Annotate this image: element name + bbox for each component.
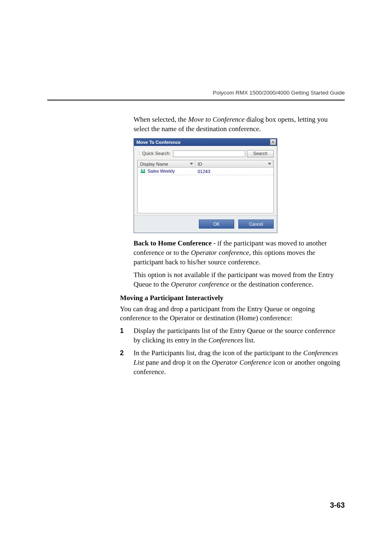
svg-point-1 [143, 169, 145, 171]
intro-paragraph: When selected, the Move to Conference di… [134, 115, 344, 134]
step-text: In the Participants list, drag the icon … [134, 349, 344, 377]
conference-icon [140, 168, 146, 174]
svg-point-0 [141, 169, 143, 171]
dialog-body: ⋮ Quick Search: Search Display Name [134, 146, 277, 215]
dialog-titlebar: Move To Conference × [134, 139, 277, 146]
step-text: Display the participants list of the Ent… [134, 326, 344, 345]
column-id[interactable]: ID [195, 160, 273, 167]
search-button[interactable]: Search [247, 150, 274, 157]
column-display-name-label: Display Name [140, 162, 168, 166]
ordered-list: 1 Display the participants list of the E… [120, 326, 344, 377]
note-italic: Operator conference [171, 280, 229, 288]
page: Polycom RMX 1500/2000/4000 Getting Start… [0, 0, 392, 555]
intro-text-before: When selected, the [134, 116, 188, 123]
step-number: 2 [120, 349, 134, 377]
chevron-down-icon [268, 163, 271, 165]
list-item: 2 In the Participants list, drag the ico… [120, 349, 344, 377]
step1-italic: Conferences [208, 336, 243, 344]
body-column: When selected, the Move to Conference di… [134, 115, 344, 377]
step2-italic2: Operator Conference [212, 358, 271, 366]
step-number: 1 [120, 326, 134, 345]
step2-mid: pane and drop it on the [144, 358, 212, 366]
chevron-down-icon [190, 163, 193, 165]
back-home-italic: Operator conference [191, 249, 249, 257]
cell-display-name: Sales Weekly [138, 168, 195, 175]
subheading: Moving a Participant Interactively [120, 294, 344, 303]
intro-italic: Move to Conference [188, 116, 244, 123]
conference-table: Display Name ID [137, 160, 274, 213]
back-home-bold: Back to Home Conference [134, 239, 212, 247]
step1-after: list. [243, 336, 255, 344]
dialog-title-text: Move To Conference [136, 140, 180, 145]
table-header: Display Name ID [138, 160, 273, 168]
move-to-conference-dialog: Move To Conference × ⋮ Quick Search: Sea… [134, 138, 277, 233]
quick-search-input[interactable] [173, 150, 245, 157]
table-row[interactable]: Sales Weekly 01243 [138, 168, 273, 175]
column-id-label: ID [198, 162, 202, 166]
dialog-footer: OK Cancel [134, 215, 277, 233]
note-after: or the destination conference. [229, 280, 314, 288]
dialog-figure: Move To Conference × ⋮ Quick Search: Sea… [134, 138, 344, 233]
after-subheading-paragraph: You can drag and drop a participant from… [120, 305, 344, 324]
column-display-name[interactable]: Display Name [138, 160, 195, 167]
cell-display-name-text: Sales Weekly [148, 167, 175, 175]
running-head: Polycom RMX 1500/2000/4000 Getting Start… [213, 90, 345, 96]
svg-rect-2 [141, 171, 145, 173]
search-row: ⋮ Quick Search: Search [137, 150, 274, 157]
quick-search-label: Quick Search: [141, 150, 171, 157]
close-icon[interactable]: × [270, 139, 276, 145]
drag-handle-icon: ⋮ [137, 150, 140, 157]
ok-button[interactable]: OK [199, 220, 234, 229]
cancel-button[interactable]: Cancel [238, 220, 274, 229]
note-paragraph: This option is not available if the part… [134, 271, 344, 289]
page-number: 3-63 [330, 501, 345, 510]
cell-id: 01243 [195, 168, 273, 175]
step2-before: In the Participants list, drag the icon … [134, 349, 303, 357]
back-home-paragraph: Back to Home Conference - if the partici… [134, 239, 344, 267]
header-rule [47, 99, 345, 101]
list-item: 1 Display the participants list of the E… [120, 326, 344, 345]
